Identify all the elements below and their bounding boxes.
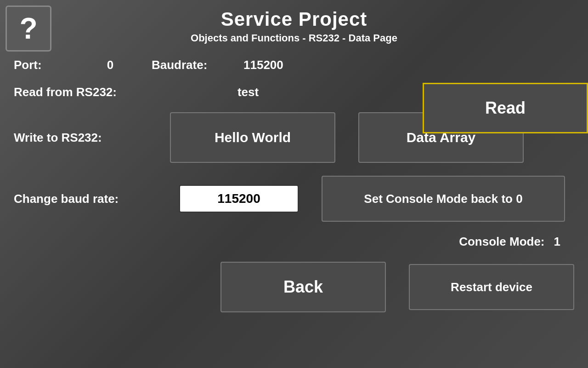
page-subtitle: Objects and Functions - RS232 - Data Pag…	[0, 32, 588, 44]
baud-change-label: Change baud rate:	[14, 192, 170, 206]
write-label: Write to RS232:	[14, 131, 170, 145]
baudrate-value: 115200	[243, 58, 326, 72]
read-button[interactable]: Read	[423, 83, 588, 133]
restart-device-button[interactable]: Restart device	[409, 264, 574, 310]
page-title: Service Project	[0, 8, 588, 30]
read-label: Read from RS232:	[14, 85, 170, 99]
baud-change-row: Change baud rate: Set Console Mode back …	[14, 176, 574, 222]
bottom-row: Back Restart device	[14, 262, 574, 312]
port-value: 0	[69, 58, 152, 72]
header: Service Project Objects and Functions - …	[0, 0, 588, 49]
hello-world-button[interactable]: Hello World	[170, 112, 335, 163]
read-value: test	[179, 85, 317, 99]
console-mode-row: Console Mode: 1	[14, 235, 574, 249]
back-button[interactable]: Back	[220, 262, 386, 312]
console-mode-label: Console Mode:	[459, 235, 544, 249]
port-label: Port:	[14, 58, 60, 72]
baud-rate-input[interactable]	[179, 185, 299, 213]
baudrate-label: Baudrate:	[152, 58, 234, 72]
set-console-mode-button[interactable]: Set Console Mode back to 0	[322, 176, 565, 222]
port-baudrate-row: Port: 0 Baudrate: 115200	[14, 58, 574, 72]
console-mode-value: 1	[554, 235, 560, 249]
